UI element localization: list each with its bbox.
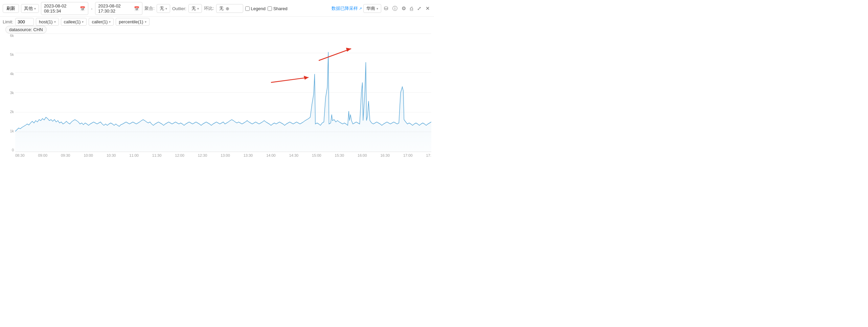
x-label-0900: 09:00: [38, 153, 47, 157]
top-bar: 刷新 其他 ▾ 2023-08-02 08:15:34 📅 - 2023-08-…: [0, 0, 434, 17]
x-label-1300: 13:00: [221, 153, 230, 157]
x-label-1200: 12:00: [175, 153, 184, 157]
y-label-2k: 2k: [1, 110, 14, 114]
caller-dropdown[interactable]: caller(1) ▾: [89, 18, 114, 26]
expand-icon[interactable]: ⤢: [416, 5, 423, 12]
y-label-3k: 3k: [1, 91, 14, 95]
network-icon[interactable]: ⛁: [383, 5, 390, 12]
x-label-1400: 14:00: [266, 153, 276, 157]
datasource-tag[interactable]: datasource: CHN: [5, 26, 47, 34]
x-label-1030: 10:30: [107, 153, 116, 157]
x-label-1600: 16:00: [358, 153, 367, 157]
x-label-1100: 11:00: [129, 153, 139, 157]
date-start-input[interactable]: 2023-08-02 08:15:34 📅: [41, 2, 88, 15]
chevron-down-icon: ▾: [109, 20, 111, 24]
date-separator: -: [90, 6, 93, 11]
x-label-1530: 15:30: [335, 153, 344, 157]
host-dropdown[interactable]: host(1) ▾: [36, 18, 59, 26]
x-label-1230: 12:30: [198, 153, 207, 157]
x-label-1130: 11:30: [152, 153, 162, 157]
y-label-4k: 4k: [1, 72, 14, 76]
chevron-down-icon: ▾: [82, 20, 84, 24]
legend-checkbox[interactable]: [245, 6, 250, 11]
share-icon[interactable]: ⎙: [409, 5, 414, 12]
chevron-down-icon: ▾: [376, 7, 378, 10]
x-label-1000: 10:00: [84, 153, 93, 157]
datasource-row: datasource: CHN: [0, 27, 434, 34]
x-label-1500: 15:00: [312, 153, 321, 157]
x-axis: 08:30 09:00 09:30 10:00 10:30 11:00 11:3…: [15, 152, 431, 159]
y-label-0: 0: [1, 148, 14, 152]
compare-label: 环比:: [204, 5, 214, 12]
settings-icon[interactable]: ⚙: [400, 5, 407, 12]
callee-dropdown[interactable]: callee(1) ▾: [61, 18, 87, 26]
second-bar: Limit: host(1) ▾ callee(1) ▾ caller(1) ▾…: [0, 17, 434, 27]
x-label-0930: 09:30: [61, 153, 70, 157]
calendar-icon: 📅: [80, 6, 85, 11]
external-link-icon: ↗: [359, 6, 362, 11]
line-chart-svg: [15, 34, 431, 152]
region-dropdown[interactable]: 华南 ▾: [363, 4, 381, 13]
chevron-down-icon: ▾: [34, 7, 36, 10]
limit-label: Limit:: [3, 19, 13, 24]
top-bar-right: 数据已降采样 ↗ 华南 ▾ ⛁ ⓘ ⚙ ⎙ ⤢ ✕: [332, 4, 431, 13]
chevron-down-icon: ▾: [145, 20, 146, 24]
legend-checkbox-wrap[interactable]: Legend: [245, 6, 266, 11]
compare-dropdown[interactable]: 无 ⊕: [216, 4, 243, 13]
calendar-icon: 📅: [134, 6, 139, 11]
close-icon[interactable]: ✕: [424, 5, 431, 12]
chevron-down-icon: ▾: [165, 7, 167, 10]
x-label-1330: 13:30: [244, 153, 253, 157]
percentile-dropdown[interactable]: percentile(1) ▾: [116, 18, 149, 26]
top-bar-left: 刷新 其他 ▾ 2023-08-02 08:15:34 📅 - 2023-08-…: [3, 2, 288, 15]
outlier-label: Outlier:: [172, 6, 186, 11]
shared-checkbox[interactable]: [268, 6, 272, 11]
chevron-down-icon: ▾: [197, 7, 199, 10]
shared-checkbox-wrap[interactable]: Shared: [268, 6, 288, 11]
y-label-5k: 5k: [1, 52, 14, 57]
aggregation-label: 聚合:: [144, 5, 155, 12]
chart-area: [15, 34, 431, 152]
x-label-1430: 14:30: [289, 153, 299, 157]
other-dropdown[interactable]: 其他 ▾: [21, 4, 39, 13]
info-icon[interactable]: ⓘ: [391, 5, 399, 13]
chevron-down-icon: ▾: [54, 20, 56, 24]
y-label-6k: 6k: [1, 34, 14, 38]
limit-input[interactable]: [15, 18, 34, 26]
x-label-1630: 16:30: [381, 153, 390, 157]
add-compare-button[interactable]: ⊕: [225, 6, 230, 11]
y-axis: 0 1k 2k 3k 4k 5k 6k: [0, 34, 15, 152]
x-label-1700: 17:00: [403, 153, 413, 157]
chart-container: 0 1k 2k 3k 4k 5k 6k: [0, 34, 434, 162]
x-label-17xx: 17:: [426, 153, 431, 157]
aggregation-dropdown[interactable]: 无 ▾: [157, 4, 170, 13]
date-end-input[interactable]: 2023-08-02 17:30:32 📅: [95, 2, 142, 15]
y-label-1k: 1k: [1, 129, 14, 133]
refresh-button[interactable]: 刷新: [3, 4, 19, 13]
outlier-dropdown[interactable]: 无 ▾: [188, 4, 202, 13]
downsampled-link[interactable]: 数据已降采样 ↗: [332, 5, 362, 12]
x-label-0830: 08:30: [15, 153, 25, 157]
